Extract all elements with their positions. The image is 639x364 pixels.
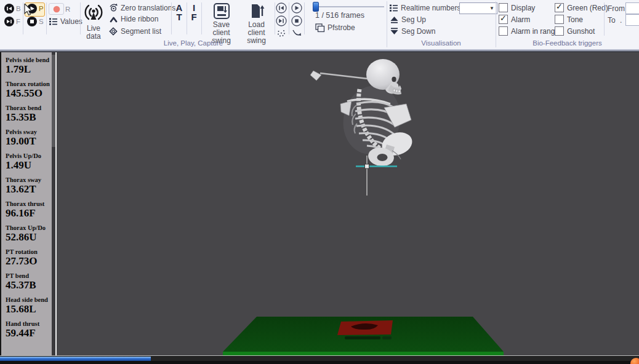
address-turn-button[interactable]: A T xyxy=(174,3,185,22)
measurement-value: 27.73O xyxy=(6,255,52,267)
checkbox-tone[interactable]: Tone xyxy=(555,15,583,24)
realtime-numbers-button[interactable]: Realtime numbers xyxy=(389,4,460,12)
alarm-checkbox[interactable] xyxy=(499,15,508,24)
stop-label: S xyxy=(39,18,44,25)
alarm-in-range-label: Alarm in range xyxy=(511,27,559,36)
3d-viewport[interactable] xyxy=(57,52,639,355)
zero-translations-icon xyxy=(108,3,118,12)
measurements-panel: Pelvis side bend1.79L Thorax rotation145… xyxy=(0,52,52,355)
go-to-first-frame-button[interactable] xyxy=(276,2,287,14)
measurement-item: Thorax rotation145.55O xyxy=(6,81,52,99)
from-input[interactable] xyxy=(625,2,639,14)
notification-icon[interactable] xyxy=(630,358,639,364)
divider xyxy=(171,2,172,34)
segment-list-label: Segment list xyxy=(121,27,161,36)
to-label: To xyxy=(608,16,616,25)
measurement-item: PT rotation27.73O xyxy=(6,248,52,267)
measurement-label: Pelvis sway xyxy=(6,129,52,135)
measurement-value: 96.16F xyxy=(6,207,52,219)
live-data-button[interactable]: Live data xyxy=(81,2,106,41)
seg-down-label: Seg Down xyxy=(401,27,435,36)
alarm-in-range-checkbox[interactable] xyxy=(499,26,508,36)
zero-translations-label: Zero translations xyxy=(121,4,175,12)
display-checkbox[interactable] xyxy=(499,3,508,12)
group-label-biofeedback: Bio-Feedback triggers xyxy=(496,39,639,47)
gunshot-label: Gunshot xyxy=(567,27,595,36)
checkbox-alarm-in-range[interactable]: Alarm in range xyxy=(499,26,559,36)
realtime-numbers-icon xyxy=(389,4,398,12)
seg-up-button[interactable]: Seg Up xyxy=(390,15,426,24)
frame-slider-thumb[interactable] xyxy=(313,2,319,12)
record-icon xyxy=(53,6,60,13)
measurement-value: 15.68L xyxy=(6,303,52,315)
go-to-last-frame-button[interactable] xyxy=(276,15,287,26)
play-label: P xyxy=(39,5,44,12)
hide-ribbon-button[interactable]: Hide ribbon xyxy=(109,15,158,23)
seg-down-button[interactable]: Seg Down xyxy=(390,27,435,36)
measurement-value: 1.79L xyxy=(6,63,52,75)
measurement-value: 1.49U xyxy=(6,159,52,171)
mouse-cursor xyxy=(23,4,33,17)
values-button[interactable]: Values xyxy=(49,17,82,26)
green-red-label: Green (Red) xyxy=(567,4,608,12)
checkbox-alarm[interactable]: Alarm xyxy=(499,15,530,24)
golf-club-head xyxy=(310,71,321,81)
3d-scene xyxy=(57,52,639,355)
frame-counter: 1 / 516 frames xyxy=(315,11,364,20)
realtime-numbers-dropdown[interactable]: ▼ xyxy=(459,2,497,14)
strobe-dots-button[interactable] xyxy=(276,28,287,39)
measurement-item: Thorax Up/Do52.86U xyxy=(6,224,52,243)
seg-up-icon xyxy=(390,15,399,24)
checkbox-display[interactable]: Display xyxy=(499,3,535,12)
step-forward-label: F xyxy=(16,18,20,25)
if-top-letter: I xyxy=(193,3,195,12)
measurement-label: Pelvis Up/Do xyxy=(6,152,52,159)
divider xyxy=(304,2,305,34)
green-red-checkbox[interactable] xyxy=(555,3,564,12)
at-bottom-letter: T xyxy=(176,12,182,22)
measurement-label: Thorax bend xyxy=(6,105,52,111)
checkbox-gunshot[interactable]: Gunshot xyxy=(555,26,595,36)
gunshot-checkbox[interactable] xyxy=(555,26,564,36)
measurement-value: 45.37B xyxy=(6,279,52,291)
save-icon xyxy=(213,2,230,20)
at-top-letter: A xyxy=(176,3,183,12)
sweep-arrow-button[interactable] xyxy=(291,28,302,39)
measurement-item: Thorax bend15.35B xyxy=(6,105,52,123)
horizontal-scrollbar-thumb[interactable] xyxy=(0,357,151,361)
zero-translations-button[interactable]: Zero translations xyxy=(108,3,175,12)
pfstrobe-button[interactable]: Pfstrobe xyxy=(315,23,355,33)
stop-button[interactable]: S xyxy=(27,17,44,26)
measurement-label: PT bend xyxy=(6,272,52,279)
step-forward-button[interactable]: F xyxy=(4,17,20,26)
segment-list-button[interactable]: Segment list xyxy=(108,26,161,36)
pfstrobe-label: Pfstrobe xyxy=(328,23,355,32)
measurement-item: Hand thrust59.44F xyxy=(6,320,52,339)
divider xyxy=(187,2,187,34)
tone-checkbox[interactable] xyxy=(555,15,564,24)
measurement-value: 13.62T xyxy=(6,183,52,195)
seg-down-icon xyxy=(390,27,399,36)
skip-forward-icon xyxy=(4,17,14,26)
step-back-button[interactable]: B xyxy=(4,4,21,14)
play-frames-button[interactable] xyxy=(291,2,302,14)
measurement-label: Thorax Up/Do xyxy=(6,224,52,231)
stop-frames-button[interactable] xyxy=(291,15,302,26)
to-input[interactable] xyxy=(625,14,639,26)
alarm-label: Alarm xyxy=(511,15,530,24)
skip-back-icon xyxy=(4,4,14,14)
measurement-value: 145.55O xyxy=(6,87,52,99)
step-back-label: B xyxy=(16,5,21,12)
chevron-down-icon: ▼ xyxy=(489,6,494,11)
measurement-item: PT bend45.37B xyxy=(6,272,52,291)
measurement-item: Head side bend15.68L xyxy=(6,296,52,315)
frame-slider-track[interactable] xyxy=(315,6,384,7)
checkbox-green-red[interactable]: Green (Red) xyxy=(555,3,608,12)
measurement-label: Hand thrust xyxy=(6,320,52,327)
impact-finish-button[interactable]: I F xyxy=(188,3,199,22)
record-button[interactable] xyxy=(49,3,64,15)
measurement-value: 15.35B xyxy=(6,111,52,123)
measurement-label: Pelvis side bend xyxy=(6,57,52,63)
seg-up-label: Seg Up xyxy=(401,15,426,24)
bottom-bar xyxy=(0,355,639,364)
